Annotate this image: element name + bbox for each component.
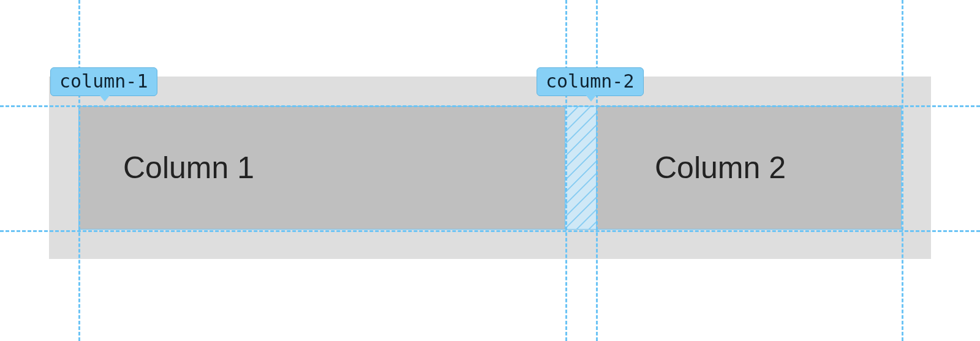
column-1: Column 1 <box>78 106 565 230</box>
grid-line-vertical <box>902 0 903 341</box>
grid-line-horizontal <box>0 105 980 107</box>
column-gap <box>565 106 596 230</box>
grid-line-vertical <box>565 0 567 341</box>
tooltip-text: column-2 <box>546 70 635 92</box>
grid-line-vertical <box>78 0 80 341</box>
column-2-label: Column 2 <box>655 150 786 185</box>
grid-name-tooltip-2: column-2 <box>537 67 644 96</box>
grid-name-tooltip-1: column-1 <box>50 67 157 96</box>
grid-line-vertical <box>596 0 598 341</box>
column-2: Column 2 <box>596 106 902 230</box>
grid-track: Column 1 Column 2 <box>78 106 902 230</box>
tooltip-text: column-1 <box>59 70 148 92</box>
grid-line-horizontal <box>0 230 980 232</box>
column-1-label: Column 1 <box>123 150 254 185</box>
